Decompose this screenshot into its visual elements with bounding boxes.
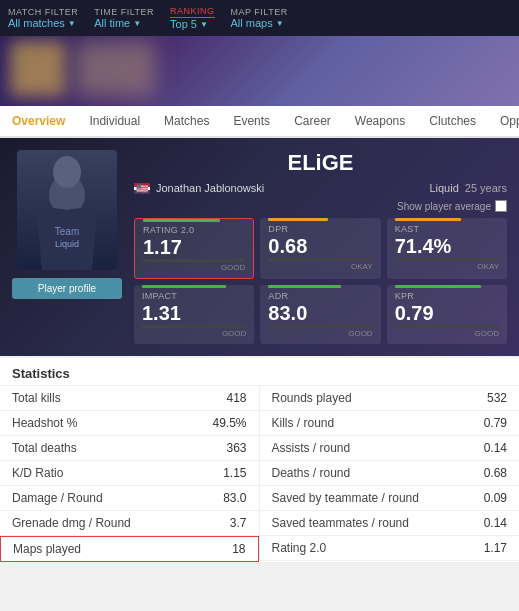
stat-adr-bar-bg [268, 325, 372, 328]
stat-kpr-value: 0.79 [395, 301, 499, 325]
stat-dpr-bar-fill [268, 218, 328, 221]
flag-icon: 🇺🇸 [134, 183, 150, 194]
stat-impact-bar-bg [142, 325, 246, 328]
stat-row: Kills / round0.79 [260, 411, 520, 436]
stat-row: K/D Ratio1.15 [0, 461, 259, 486]
tab-weapons[interactable]: Weapons [343, 106, 417, 138]
stat-rating-bar-bg [143, 259, 245, 262]
ranking-filter-value[interactable]: Top 5 ▼ [170, 18, 215, 30]
stat-row: Assists / round0.14 [260, 436, 520, 461]
stat-kast-bar-label: OKAY [395, 262, 499, 271]
player-profile-button[interactable]: Player profile [12, 278, 122, 299]
time-filter-arrow: ▼ [133, 19, 141, 28]
player-meta: 🇺🇸 Jonathan Jablonowski Liquid 25 years [134, 182, 507, 194]
stat-kast-bar-fill [395, 218, 461, 221]
stat-row: Grenade dmg / Round3.7 [0, 511, 259, 536]
player-name: ELiGE [134, 150, 507, 176]
map-filter-arrow: ▼ [276, 19, 284, 28]
stat-impact-bar-fill [142, 285, 226, 288]
stat-row: Headshot %49.5% [0, 411, 259, 436]
stat-row: Saved by teammate / round0.09 [260, 486, 520, 511]
stat-dpr-label: DPR [268, 224, 372, 234]
stat-kast: KAST 71.4% OKAY [387, 218, 507, 279]
stat-row-value: 0.14 [484, 516, 507, 530]
stat-row-value: 0.68 [484, 466, 507, 480]
statistics-header: Statistics [0, 358, 519, 386]
statistics-section: Statistics Total kills418Headshot %49.5%… [0, 358, 519, 562]
stat-row-label: Total kills [12, 391, 61, 405]
stat-row-value: 0.79 [484, 416, 507, 430]
stat-dpr-value: 0.68 [268, 234, 372, 258]
stat-kast-value: 71.4% [395, 234, 499, 258]
stat-row: Damage / Round83.0 [0, 486, 259, 511]
stat-row: Maps played18 [0, 536, 259, 562]
stat-rating-label: RATING 2.0 [143, 225, 245, 235]
stat-row-value: 83.0 [223, 491, 246, 505]
player-age: 25 years [465, 182, 507, 194]
stat-row-label: Damage / Round [12, 491, 103, 505]
stat-impact: IMPACT 1.31 GOOD [134, 285, 254, 344]
map-filter-group: MAP FILTER All maps ▼ [231, 7, 288, 29]
svg-text:Team: Team [55, 226, 79, 237]
map-filter-value[interactable]: All maps ▼ [231, 17, 288, 29]
stat-rating-bar-label: GOOD [143, 263, 245, 272]
stat-row: Deaths / round0.68 [260, 461, 520, 486]
stat-row-label: Assists / round [272, 441, 351, 455]
stat-kpr-bar-label: GOOD [395, 329, 499, 338]
tab-opponents[interactable]: Opponents [488, 106, 519, 138]
show-average-checkbox[interactable] [495, 200, 507, 212]
tab-overview[interactable]: Overview [0, 106, 77, 138]
match-filter-group: MATCH FILTER All matches ▼ [8, 7, 78, 29]
stat-row-label: Grenade dmg / Round [12, 516, 131, 530]
stat-row-value: 363 [226, 441, 246, 455]
stat-row-value: 18 [232, 542, 245, 556]
player-card: Team Liquid Player profile ELiGE 🇺🇸 Jona… [0, 138, 519, 356]
stat-rating-bar-fill [143, 219, 220, 222]
stat-row: Total deaths363 [0, 436, 259, 461]
time-filter-value[interactable]: All time ▼ [94, 17, 154, 29]
stat-row-label: Saved by teammate / round [272, 491, 419, 505]
nav-tabs: Overview Individual Matches Events Caree… [0, 106, 519, 138]
stats-col-left: Total kills418Headshot %49.5%Total death… [0, 386, 260, 562]
stat-dpr-bar-label: OKAY [268, 262, 372, 271]
tab-career[interactable]: Career [282, 106, 343, 138]
player-silhouette-svg: Team Liquid [17, 150, 117, 270]
stat-row-label: Headshot % [12, 416, 77, 430]
player-photo-section: Team Liquid Player profile [12, 150, 122, 344]
stat-impact-bar-label: GOOD [142, 329, 246, 338]
tab-clutches[interactable]: Clutches [417, 106, 488, 138]
stat-kpr: KPR 0.79 GOOD [387, 285, 507, 344]
tab-matches[interactable]: Matches [152, 106, 221, 138]
stat-kpr-bar-bg [395, 325, 499, 328]
stat-kast-bar-bg [395, 258, 499, 261]
ranking-filter-label: RANKING [170, 6, 215, 18]
stat-row: Rounds played532 [260, 386, 520, 411]
map-filter-label: MAP FILTER [231, 7, 288, 17]
show-average-label: Show player average [397, 201, 491, 212]
tab-individual[interactable]: Individual [77, 106, 152, 138]
stat-adr-label: ADR [268, 291, 372, 301]
player-team: Liquid [429, 182, 458, 194]
stat-row-value: 0.09 [484, 491, 507, 505]
stat-row-value: 3.7 [230, 516, 247, 530]
stats-col-right: Rounds played532Kills / round0.79Assists… [260, 386, 520, 562]
stat-row-label: Maps played [13, 542, 81, 556]
player-photo: Team Liquid [17, 150, 117, 270]
match-filter-arrow: ▼ [68, 19, 76, 28]
stat-row-value: 49.5% [212, 416, 246, 430]
stat-row-value: 1.17 [484, 541, 507, 555]
stat-dpr: DPR 0.68 OKAY [260, 218, 380, 279]
stat-kast-label: KAST [395, 224, 499, 234]
filter-bar: MATCH FILTER All matches ▼ TIME FILTER A… [0, 0, 519, 36]
stat-adr-bar-label: GOOD [268, 329, 372, 338]
stat-row: Total kills418 [0, 386, 259, 411]
svg-text:Liquid: Liquid [55, 239, 79, 249]
stat-kpr-bar-fill [395, 285, 482, 288]
stat-row: Rating 2.01.17 [260, 536, 520, 561]
banner [0, 36, 519, 106]
tab-events[interactable]: Events [221, 106, 282, 138]
stat-row-label: Kills / round [272, 416, 335, 430]
stat-row-label: Saved teammates / round [272, 516, 409, 530]
stat-impact-value: 1.31 [142, 301, 246, 325]
match-filter-value[interactable]: All matches ▼ [8, 17, 78, 29]
